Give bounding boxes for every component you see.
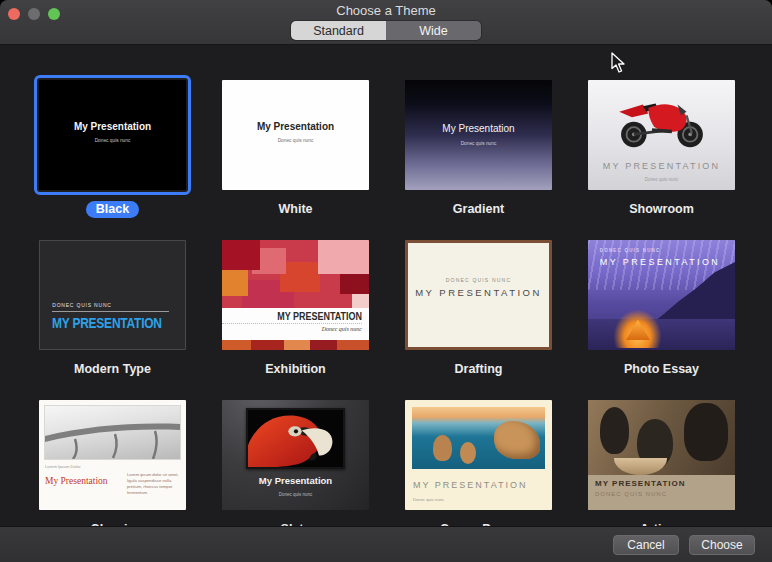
pottery-photo [588,400,735,475]
slide-subtitle: Donec quis nunc [222,138,369,143]
slide-title: MY PRESENTATION [588,161,735,171]
slide-title: MY PRESENTATION [595,479,735,488]
slide-subtitle: Donec quis nunc [222,492,369,497]
dotted-rule [222,323,362,324]
mosaic-strip [222,340,369,350]
window-title: Choose a Theme [0,3,772,18]
titlebar: Choose a Theme Standard Wide [0,0,772,45]
theme-tile-artisan: MY PRESENTATION DONEC QUIS NUNC Artisan [588,400,735,526]
ground-artwork [588,319,735,350]
slide-title: MY PRESENTATION [52,314,153,331]
cancel-button[interactable]: Cancel [613,535,679,555]
theme-thumbnail-drafting[interactable]: DONEC QUIS NUNC MY PRESENTATION [405,240,552,350]
theme-thumbnail-black[interactable]: My Presentation Donec quis nunc [39,80,186,190]
theme-tile-classic: Lorem Ipsum Dolor My Presentation Lorem … [39,400,186,526]
theme-label-showroom: Showroom [629,202,694,216]
theme-thumbnail-showroom[interactable]: MY PRESENTATION Donec quis nunc [588,80,735,190]
parrot-photo [246,408,346,470]
slide-text-band: MY PRESENTATION DONEC QUIS NUNC [588,475,735,510]
theme-thumbnail-slate[interactable]: My Presentation Donec quis nunc [222,400,369,510]
slide-title: MY PRESENTATION [413,480,528,490]
theme-tile-photo-essay: DONEC QUIS NUNC MY PRESENTATION Photo Es… [588,240,735,376]
theme-thumbnail-gradient[interactable]: My Presentation Donec quis nunc [405,80,552,190]
slide-title: My Presentation [45,476,108,486]
pottery-jug-artwork [684,403,728,461]
choose-theme-dialog: Choose a Theme Standard Wide My Presenta… [0,0,772,562]
slide-caption: Lorem Ipsum Dolor [45,464,81,469]
theme-tile-modern-type: DONEC QUIS NUNC MY PRESENTATION Modern T… [39,240,186,376]
slide-kicker: DONEC QUIS NUNC [408,277,549,283]
tab-standard[interactable]: Standard [291,21,386,40]
slide-subtitle: Donec quis nunc [588,177,735,182]
slide-kicker: DONEC QUIS NUNC [52,302,168,312]
theme-tile-showroom: MY PRESENTATION Donec quis nunc Showroom [588,80,735,216]
slide-subtitle: Donec quis nunc [39,138,186,143]
slide-text-band: MY PRESENTATION Donec quis nunc [222,308,369,340]
bridge-artwork [45,406,180,459]
theme-tile-exhibition: MY PRESENTATION Donec quis nunc Exhibiti… [222,240,369,376]
parrot-artwork [248,410,344,468]
tab-wide[interactable]: Wide [386,21,481,40]
slide-title: My Presentation [405,123,552,134]
slide-title: My Presentation [39,121,186,132]
slide-subtitle: Donec quis nunc [413,497,444,502]
theme-label-gradient: Gradient [453,202,504,216]
slide-kicker: DONEC QUIS NUNC [595,491,735,497]
theme-label-drafting: Drafting [455,362,503,376]
slide-title: MY PRESENTATION [408,287,549,298]
theme-label-black: Black [86,201,139,218]
slide-title: MY PRESENTATION [600,257,721,267]
coast-photo [412,407,545,469]
theme-thumbnail-white[interactable]: My Presentation Donec quis nunc [222,80,369,190]
slide-kicker: DONEC QUIS NUNC [600,248,661,253]
theme-tile-white: My Presentation Donec quis nunc White [222,80,369,216]
theme-thumbnail-modern-type[interactable]: DONEC QUIS NUNC MY PRESENTATION [39,240,186,350]
rock-artwork [460,442,476,464]
footer-bar: Cancel Choose [0,526,772,562]
pottery-jug-artwork [600,407,629,453]
theme-thumbnail-artisan[interactable]: MY PRESENTATION DONEC QUIS NUNC [588,400,735,510]
theme-tile-drafting: DONEC QUIS NUNC MY PRESENTATION Drafting [405,240,552,376]
slide-text-block: DONEC QUIS NUNC MY PRESENTATION [52,302,178,331]
pottery-bowl-artwork [614,458,667,474]
rock-arch-artwork [494,421,539,459]
size-segmented-control: Standard Wide [291,21,481,40]
motorcycle-image [612,90,712,152]
theme-thumbnail-cream-paper[interactable]: MY PRESENTATION Donec quis nunc [405,400,552,510]
theme-label-white: White [278,202,312,216]
choose-button[interactable]: Choose [689,535,755,555]
slide-body-text: Lorem ipsum dolor sit amet, ligula suspe… [127,472,179,496]
theme-label-exhibition: Exhibition [265,362,325,376]
theme-label-modern-type: Modern Type [74,362,151,376]
slide-subtitle: Donec quis nunc [405,141,552,146]
rock-artwork [433,435,452,461]
mosaic-artwork [222,240,369,308]
bridge-photo [44,405,181,460]
theme-tile-cream-paper: MY PRESENTATION Donec quis nunc Cream Pa… [405,400,552,526]
slide-subtitle: Donec quis nunc [222,326,362,332]
slide-title: My Presentation [222,121,369,132]
slide-title: My Presentation [222,475,369,486]
theme-thumbnail-exhibition[interactable]: MY PRESENTATION Donec quis nunc [222,240,369,350]
theme-tile-gradient: My Presentation Donec quis nunc Gradient [405,80,552,216]
theme-thumbnail-photo-essay[interactable]: DONEC QUIS NUNC MY PRESENTATION [588,240,735,350]
glowing-tent-artwork [614,310,661,347]
theme-label-photo-essay: Photo Essay [624,362,699,376]
theme-tile-slate: My Presentation Donec quis nunc Slate [222,400,369,526]
slide-title: MY PRESENTATION [253,310,362,322]
theme-gallery: My Presentation Donec quis nunc Black My… [0,45,772,526]
theme-grid: My Presentation Donec quis nunc Black My… [0,45,772,526]
theme-tile-black: My Presentation Donec quis nunc Black [39,80,186,216]
theme-thumbnail-classic[interactable]: Lorem Ipsum Dolor My Presentation Lorem … [39,400,186,510]
